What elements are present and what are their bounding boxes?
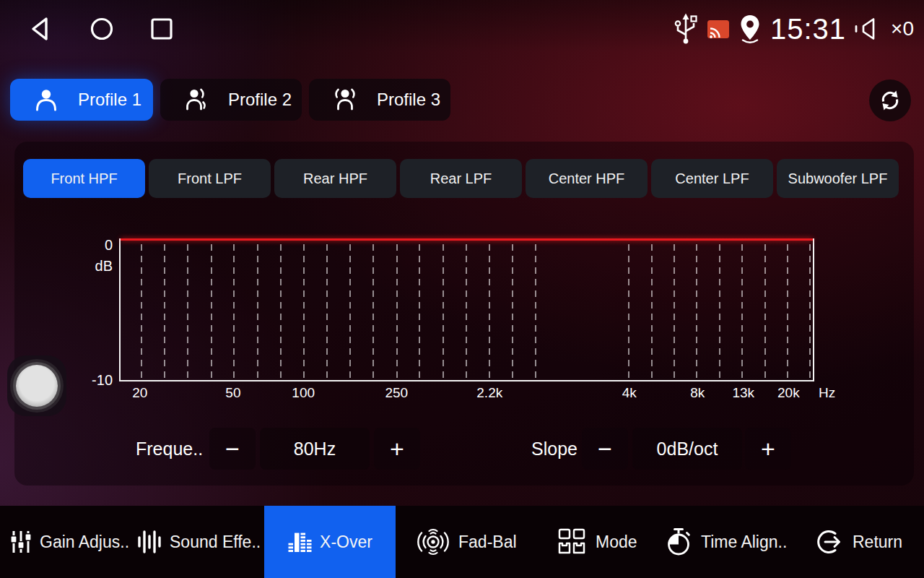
- chart-gridline: [719, 244, 720, 379]
- tab-rear-hpf[interactable]: Rear HPF: [274, 159, 396, 198]
- home-circle-icon[interactable]: [90, 0, 114, 58]
- slope-minus-button[interactable]: −: [582, 428, 628, 470]
- chart-gridline: [187, 244, 188, 379]
- profile-2-button[interactable]: Profile 2: [160, 79, 302, 121]
- nav-mode[interactable]: Mode: [556, 506, 637, 578]
- chart-gridline: [696, 244, 697, 379]
- nav-label: Return: [853, 532, 902, 552]
- frequency-value: 80Hz: [260, 428, 370, 470]
- chart-gridline: [349, 244, 351, 379]
- status-bar: 15:31 ×0: [0, 0, 924, 58]
- chart-gridline: [787, 244, 788, 379]
- nav-sound-effects[interactable]: Sound Effe..: [137, 506, 261, 578]
- tab-label: Front LPF: [178, 171, 242, 187]
- chart-gridline: [419, 244, 420, 379]
- cast-icon: [707, 20, 730, 39]
- chart-plot[interactable]: [119, 238, 814, 381]
- chart-gridline: [396, 244, 398, 379]
- y-axis-unit-db: dB: [66, 257, 113, 275]
- clock: 15:31: [770, 13, 846, 46]
- nav-label: Mode: [596, 532, 637, 552]
- recents-square-icon[interactable]: [150, 0, 173, 58]
- chart-gridline: [443, 244, 444, 379]
- chart-gridline: [764, 244, 766, 379]
- bottom-nav: Gain Adjus.. Sound Effe..: [0, 506, 924, 578]
- nav-xover[interactable]: X-Over: [264, 506, 396, 578]
- profile-person-waves-icon: [332, 87, 358, 113]
- tab-center-lpf[interactable]: Center LPF: [651, 159, 773, 198]
- chart-x-tick: 250: [385, 385, 408, 401]
- tab-label: Front HPF: [51, 171, 117, 187]
- profile-person-icon: [33, 87, 59, 113]
- chart-gridline: [466, 244, 467, 379]
- xover-screen: 15:31 ×0 Profile 1: [0, 0, 924, 578]
- chart-x-ticks: 20501002502.2k4k8k13k20k: [119, 385, 814, 404]
- tab-rear-lpf[interactable]: Rear LPF: [400, 159, 522, 198]
- chart-gridline: [141, 244, 142, 379]
- chart-gridline: [326, 244, 328, 379]
- chart-gridline: [628, 244, 629, 379]
- usb-icon: [673, 12, 699, 46]
- slope-plus-button[interactable]: +: [745, 428, 791, 470]
- chart-gridline: [535, 244, 536, 379]
- slope-value: 0dB/oct: [632, 428, 742, 470]
- chart-gridline: [651, 244, 653, 379]
- sound-effect-bars-icon: [137, 529, 162, 555]
- refresh-sync-icon: [878, 88, 902, 113]
- chart-gridline: [303, 244, 305, 379]
- nav-time-align[interactable]: Time Align..: [664, 506, 787, 578]
- profile-1-button[interactable]: Profile 1: [10, 79, 153, 121]
- gain-sliders-icon: [10, 529, 32, 555]
- chart-gridlines: [121, 244, 813, 379]
- chart-gridline: [489, 244, 490, 379]
- frequency-plus-button[interactable]: +: [374, 428, 420, 470]
- tab-label: Subwoofer LPF: [788, 171, 888, 187]
- slope-label: Slope: [531, 428, 578, 470]
- chart-gridline: [233, 244, 235, 379]
- stopwatch-icon: [664, 527, 693, 557]
- chart-x-tick: 13k: [732, 385, 754, 401]
- chart-x-tick: 50: [225, 385, 240, 401]
- tab-center-hpf[interactable]: Center HPF: [526, 159, 648, 198]
- chart-x-tick: 20: [132, 385, 147, 401]
- nav-gain-adjust[interactable]: Gain Adjus..: [10, 506, 129, 578]
- nav-label: Fad-Bal: [458, 532, 517, 552]
- floating-ball-icon: [16, 365, 58, 407]
- fader-balance-icon: [416, 525, 450, 558]
- y-axis-label-minus10: -10: [66, 371, 113, 389]
- location-icon: [738, 14, 762, 44]
- frequency-minus-button[interactable]: −: [209, 428, 256, 470]
- tab-front-lpf[interactable]: Front LPF: [149, 159, 271, 198]
- return-arrow-icon: [816, 528, 845, 556]
- equalizer-icon: [287, 530, 312, 554]
- nav-label: X-Over: [320, 532, 372, 552]
- tab-subwoofer-lpf[interactable]: Subwoofer LPF: [777, 159, 899, 198]
- floating-ball-button[interactable]: [7, 355, 66, 416]
- chart-gridline: [257, 244, 258, 379]
- chart-x-tick: 20k: [777, 385, 800, 401]
- profile-3-button[interactable]: Profile 3: [309, 79, 450, 121]
- profile-person-wave-icon: [183, 87, 209, 113]
- chart-gridline: [741, 244, 743, 379]
- nav-fad-bal[interactable]: Fad-Bal: [416, 506, 517, 578]
- profile-1-label: Profile 1: [78, 90, 141, 110]
- chart-x-tick: 2.2k: [476, 385, 502, 401]
- mode-grid-icon: [556, 527, 588, 556]
- chart-gridline: [372, 244, 374, 379]
- status-indicators: 15:31 ×0: [673, 0, 914, 58]
- chart-x-tick: 8k: [690, 385, 705, 401]
- chart-gridline: [164, 244, 165, 379]
- chart-gridline: [809, 244, 811, 379]
- nav-label: Time Align..: [701, 532, 787, 552]
- tab-front-hpf[interactable]: Front HPF: [23, 159, 145, 198]
- x-axis-unit: Hz: [819, 385, 835, 401]
- chart-gridline: [280, 244, 282, 379]
- nav-label: Gain Adjus..: [40, 532, 129, 552]
- chart-gridline: [674, 244, 675, 379]
- back-triangle-icon[interactable]: [29, 0, 51, 58]
- tab-label: Center LPF: [675, 171, 749, 187]
- refresh-button[interactable]: [869, 79, 911, 121]
- frequency-label: Freque..: [136, 428, 203, 470]
- volume-level: ×0: [891, 17, 914, 40]
- nav-return[interactable]: Return: [816, 506, 902, 578]
